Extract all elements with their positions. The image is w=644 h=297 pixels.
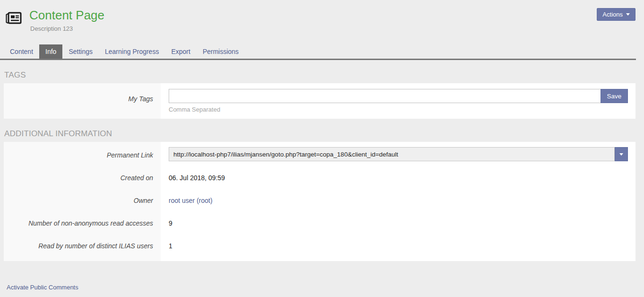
caret-down-icon	[626, 13, 630, 16]
owner-value: root user (root)	[161, 189, 635, 212]
distinct-users-row: Read by number of distinct ILIAS users 1	[4, 235, 635, 261]
tab-export[interactable]: Export	[165, 44, 196, 59]
created-on-row: Created on 06. Jul 2018, 09:59	[4, 166, 635, 189]
tags-form-panel: My Tags Save Comma Separated	[4, 83, 635, 119]
my-tags-hint: Comma Separated	[169, 106, 628, 113]
page-header: Content Page Description 123 Actions	[0, 0, 644, 36]
read-accesses-row: Number of non-anonymous read accesses 9	[4, 212, 635, 235]
actions-button-label: Actions	[602, 11, 623, 18]
distinct-users-value: 1	[161, 235, 635, 261]
caret-down-icon	[619, 153, 623, 156]
read-accesses-value: 9	[161, 212, 635, 235]
additional-info-panel: Permanent Link Created on 06. Jul 2018, …	[4, 142, 635, 261]
my-tags-field: Save Comma Separated	[161, 83, 635, 119]
distinct-users-label: Read by number of distinct ILIAS users	[4, 235, 161, 261]
permanent-link-input[interactable]	[169, 147, 615, 161]
activate-public-comments-link[interactable]: Activate Public Comments	[7, 284, 78, 291]
created-on-label: Created on	[4, 166, 161, 189]
my-tags-label: My Tags	[4, 83, 161, 119]
created-on-value: 06. Jul 2018, 09:59	[161, 166, 635, 189]
actions-button[interactable]: Actions	[597, 8, 635, 21]
owner-link[interactable]: root user (root)	[169, 197, 213, 204]
permanent-link-label: Permanent Link	[4, 142, 161, 166]
my-tags-input[interactable]	[169, 89, 601, 103]
permanent-link-row: Permanent Link	[4, 142, 635, 166]
tab-bar: Content Info Settings Learning Progress …	[0, 44, 636, 60]
my-tags-input-group: Save	[169, 89, 628, 103]
title-block: Content Page Description 123	[29, 9, 644, 32]
page-description: Description 123	[30, 25, 644, 32]
permanent-link-dropdown-button[interactable]	[615, 147, 628, 161]
tab-permissions[interactable]: Permissions	[197, 44, 245, 59]
permanent-link-input-group	[169, 147, 628, 161]
my-tags-row: My Tags Save Comma Separated	[4, 83, 635, 119]
tab-content[interactable]: Content	[4, 44, 39, 59]
save-button[interactable]: Save	[601, 89, 628, 103]
tab-info[interactable]: Info	[39, 44, 62, 59]
owner-label: Owner	[4, 189, 161, 212]
page-title: Content Page	[29, 9, 644, 23]
permanent-link-field	[161, 142, 635, 166]
tab-settings[interactable]: Settings	[62, 44, 99, 59]
owner-row: Owner root user (root)	[4, 189, 635, 212]
tab-learning-progress[interactable]: Learning Progress	[99, 44, 165, 59]
additional-info-heading: ADDITIONAL INFORMATION	[4, 129, 635, 139]
tags-section-heading: TAGS	[4, 70, 635, 80]
content-page-icon	[5, 11, 23, 25]
read-accesses-label: Number of non-anonymous read accesses	[4, 212, 161, 235]
